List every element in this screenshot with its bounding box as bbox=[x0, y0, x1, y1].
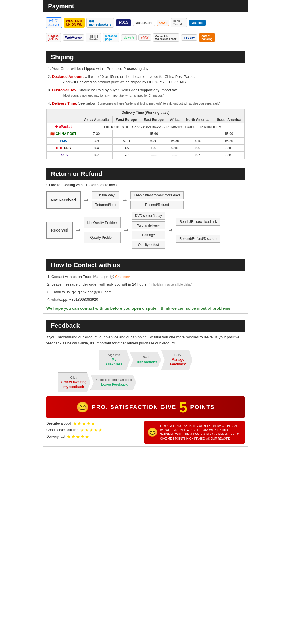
table-row-epacket: ✈ ePacket Epacket can ship to USA/AU/UK/… bbox=[47, 123, 245, 130]
visa-logo: VISA bbox=[116, 19, 131, 26]
payment-section: Payment 支付宝ALIPAY WESTERNUNION WU (((((m… bbox=[43, 0, 248, 45]
feedback-note: IF YOU ARE NOT SATISFIED WITH THE SERVIC… bbox=[160, 424, 242, 441]
boleto-logo: |||||||||||Boleto bbox=[86, 33, 101, 42]
flow-container: Not Received ⇒ On the Way Returned/Lost … bbox=[46, 190, 245, 250]
table-row-fedex: FedEx 3-7 5-7 ----- ---- 3-7 5-15 bbox=[47, 152, 245, 159]
nr-right: Keep patient to wait more days Resend/Re… bbox=[130, 191, 184, 209]
maestro-logo: Maestro bbox=[189, 20, 206, 26]
onlinetaler-logo: Online talervia de eigen bank bbox=[153, 33, 179, 42]
qiwi-logo: QIWI bbox=[157, 20, 169, 26]
shipping-item-1: Your Order will be shipped within Promis… bbox=[52, 66, 245, 72]
on-the-way-box: On the Way bbox=[92, 191, 119, 199]
contact-item-3: Email to us: qx_qianxiang@163.com bbox=[51, 289, 245, 295]
quality-box: Quality Problem bbox=[84, 232, 120, 243]
guide-title: Guide for Dealing with Problems as follo… bbox=[46, 183, 245, 187]
star-row-1: Describe a good ★★★★★ bbox=[46, 421, 141, 426]
contact-item-1: Contact with us on Trade Manager 💬 Chat … bbox=[51, 274, 245, 280]
feedback-header: Feedback bbox=[46, 320, 245, 332]
mercadopago-logo: mercadopago bbox=[103, 33, 120, 42]
quality-defect-box: Quality defect bbox=[132, 241, 165, 249]
step-1: Sign into MyAliexpress bbox=[99, 350, 130, 370]
stars-right: 😊 IF YOU ARE NOT SATISFIED WITH THE SERV… bbox=[144, 421, 245, 444]
payment-header: Payment bbox=[43, 0, 248, 12]
alipay-logo: 支付宝ALIPAY bbox=[46, 17, 62, 28]
step-4: Click Orders awaitingmy feedback bbox=[58, 372, 90, 392]
contact-header: How to Contact with us bbox=[46, 259, 245, 271]
feedback-intro: If you Recommand our Product, our Servic… bbox=[46, 335, 245, 346]
stars-section: Describe a good ★★★★★ Good service attit… bbox=[46, 421, 245, 444]
contact-list: Contact with us on Trade Manager 💬 Chat … bbox=[51, 274, 245, 303]
step-2: Go to Transactions bbox=[130, 352, 161, 367]
shipping-list: Your Order will be shipped within Promis… bbox=[52, 66, 245, 106]
arrow-nr: ⇒ bbox=[82, 191, 90, 209]
sofort-logo: sofortbanking bbox=[199, 33, 215, 42]
spacer bbox=[176, 227, 220, 233]
table-row-dhl: DHL UPS 3-4 3-5 3-5 5-10 3-5 5-10 bbox=[47, 145, 245, 152]
arrow-r: ⇒ bbox=[74, 227, 82, 233]
emoji-face: 😊 bbox=[76, 401, 89, 413]
refund-header: Return or Refund bbox=[46, 168, 245, 180]
pro-banner: 😊 PRO. SATISFACTION GIVE 5 POINTS bbox=[46, 396, 245, 418]
resend-refund-discount-box: Resend/Refund/Discount bbox=[176, 235, 220, 243]
wrong-delivery-box: Wrong delivery bbox=[132, 221, 165, 229]
mastercard-logo: MasterCard bbox=[133, 20, 155, 26]
not-received-group: Not Received ⇒ On the Way Returned/Lost … bbox=[46, 191, 245, 209]
contact-item-2: Leave message under order, will reply yo… bbox=[51, 282, 245, 288]
received-box: Received bbox=[46, 222, 73, 239]
refund-section: Return or Refund Guide for Dealing with … bbox=[43, 165, 248, 253]
returned-lost-box: Returned/Lost bbox=[92, 201, 119, 209]
yandex-logo: ЯндексДеньги bbox=[46, 33, 61, 42]
shipping-item-4: Delivery Time: See below (Sometimes will… bbox=[52, 101, 245, 106]
contact-item-4: whatsapp: +8618968063920 bbox=[51, 297, 245, 303]
steps-row-2: Click Orders awaitingmy feedback Choose … bbox=[46, 372, 245, 392]
star-row-2: Good service attitude ★★★★★ bbox=[46, 427, 141, 433]
pro-text: PRO. SATISFACTION GIVE bbox=[92, 404, 176, 410]
pro-points: POINTS bbox=[190, 404, 215, 410]
epay-logo: ePAY bbox=[138, 34, 151, 41]
quality-col: Not Quality Problem Quality Problem bbox=[84, 217, 120, 243]
not-received-box: Not Received bbox=[46, 191, 81, 209]
delivery-table: Delivery Time (Working days) Asia / Aust… bbox=[46, 109, 245, 159]
payment-logos: 支付宝ALIPAY WESTERNUNION WU (((((moneybook… bbox=[43, 15, 248, 30]
received-group: Received ⇒ Not Quality Problem Quality P… bbox=[46, 212, 245, 249]
stars-left: Describe a good ★★★★★ Good service attit… bbox=[46, 421, 141, 444]
smiley-icon: 😊 bbox=[147, 427, 158, 437]
shipping-item-2: Declared Amount: will write 10 or 15usd … bbox=[52, 74, 245, 85]
table-row-ems: EMS 3-8 5-10 5-30 15-30 7-10 15-30 bbox=[47, 138, 245, 145]
chat-now: 💬 Chat now! bbox=[110, 275, 130, 279]
not-quality-box: Not Quality Problem bbox=[84, 217, 120, 228]
damage-box: Damage bbox=[132, 231, 165, 239]
step-3: Click ManageFeedback bbox=[161, 350, 192, 370]
keep-patient-box: Keep patient to wait more days bbox=[130, 191, 184, 199]
contact-section: How to Contact with us Contact with us o… bbox=[43, 256, 248, 314]
feedback-section: Feedback If you Recommand our Product, o… bbox=[43, 317, 248, 447]
doku-logo: doku☆ bbox=[121, 34, 136, 41]
resend-refund-box: Resend/Refund bbox=[130, 201, 184, 209]
payment-logos-row2: ЯндексДеньги WebMoney |||||||||||Boleto … bbox=[43, 30, 248, 45]
star-row-3: Delivery fast ★★★★★ bbox=[46, 434, 141, 439]
western-union-logo: WESTERNUNION WU bbox=[64, 18, 85, 28]
delivery-table-title: Delivery Time (Working days) bbox=[47, 109, 245, 116]
dvd-box: DVD couldn't play bbox=[132, 212, 165, 220]
arrow-nr2: ⇒ bbox=[121, 191, 129, 209]
pro-num: 5 bbox=[179, 400, 187, 415]
arrow-r3: ⇒ bbox=[167, 227, 174, 233]
solution-col: Send URL download link Resend/Refund/Dis… bbox=[176, 218, 220, 243]
nr-middle: On the Way Returned/Lost bbox=[92, 191, 119, 209]
contact-appeal: We hope you can contact with us before y… bbox=[46, 306, 245, 311]
webmoney-logo: WebMoney bbox=[63, 34, 84, 41]
step-5: Choose on order and click Leave Feedback bbox=[90, 375, 136, 390]
issue-col: DVD couldn't play Wrong delivery Damage … bbox=[132, 212, 165, 249]
giropay-logo: giropay bbox=[181, 34, 198, 41]
table-row-chinapost: 🇨🇳 CHINA POST 7-30 15-60 15-90 bbox=[47, 130, 245, 138]
bank-transfer-logo: bankTransfer bbox=[171, 18, 187, 27]
send-url-box: Send URL download link bbox=[176, 218, 220, 226]
shipping-item-3: Customer Tax: Should be Paid by buyer. S… bbox=[52, 87, 245, 98]
steps-row-1: Sign into MyAliexpress Go to Transaction… bbox=[46, 350, 245, 370]
moneybookers-logo: (((((moneybookers bbox=[86, 18, 114, 28]
arrow-r2: ⇒ bbox=[122, 227, 130, 233]
shipping-section: Shiping Your Order will be shipped withi… bbox=[43, 48, 248, 162]
shipping-header: Shiping bbox=[46, 51, 245, 63]
